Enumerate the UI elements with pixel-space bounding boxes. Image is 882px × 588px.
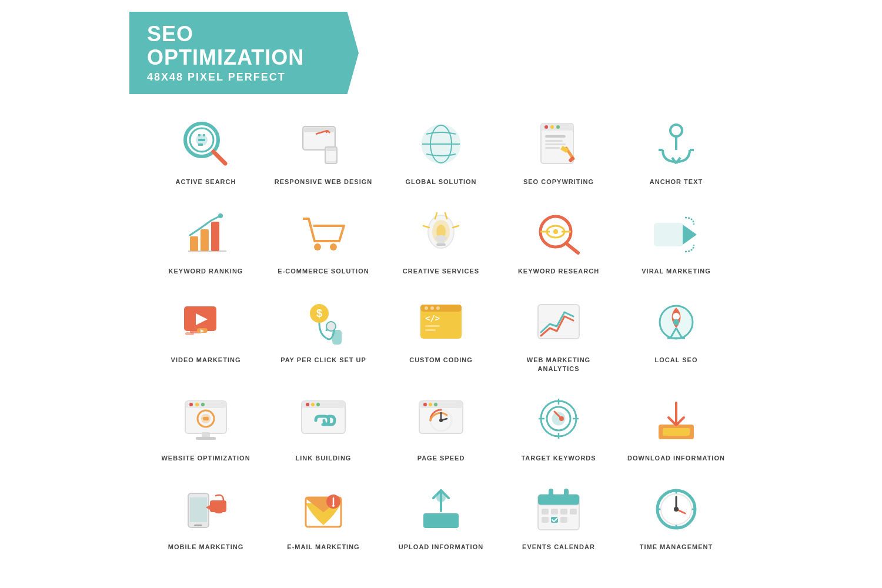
svg-rect-27 xyxy=(545,143,566,145)
svg-point-104 xyxy=(434,403,437,406)
svg-rect-137 xyxy=(551,509,558,514)
svg-rect-64 xyxy=(185,332,194,335)
icon-image-keyword-ranking xyxy=(176,207,235,260)
banner: SEO OPTIMIZATION 48x48 PIXEL PERFECT xyxy=(129,12,359,94)
icon-image-email-marketing xyxy=(294,483,353,536)
svg-point-147 xyxy=(674,507,679,512)
svg-rect-25 xyxy=(545,135,566,138)
icon-cell-keyword-ranking: KEYWORD RANKING xyxy=(153,201,259,284)
icon-image-target-keywords xyxy=(529,394,588,447)
svg-point-31 xyxy=(670,125,682,136)
icon-image-custom-coding: </> xyxy=(412,296,470,349)
svg-point-22 xyxy=(544,125,548,129)
icon-cell-time-management: TIME MANAGEMENT xyxy=(623,477,729,560)
icon-cell-global-solution: GLOBAL SOLUTION xyxy=(388,112,494,195)
svg-point-97 xyxy=(306,403,309,406)
svg-rect-76 xyxy=(425,329,436,331)
svg-point-99 xyxy=(316,403,320,406)
svg-point-48 xyxy=(435,235,447,241)
icon-label-link-building: LINK BUILDING xyxy=(296,454,352,463)
svg-rect-138 xyxy=(560,509,567,514)
icon-image-pay-per-click: $ xyxy=(294,296,353,349)
svg-rect-68 xyxy=(332,330,342,345)
svg-point-80 xyxy=(673,313,680,320)
icon-label-anchor-text: ANCHOR TEXT xyxy=(650,178,703,186)
icon-label-responsive-web-design: RESPONSIVE WEB DESIGN xyxy=(275,178,372,186)
icon-label-global-solution: GLOBAL SOLUTION xyxy=(405,178,476,186)
svg-point-103 xyxy=(429,403,432,406)
svg-rect-120 xyxy=(190,497,207,522)
icon-cell-seo-copywriting: SEO COPYWRITING xyxy=(506,112,612,195)
icon-cell-creative-services: CREATIVE SERVICES xyxy=(388,201,494,284)
icon-image-download-information xyxy=(647,394,706,447)
svg-point-87 xyxy=(189,403,193,406)
icon-image-global-solution xyxy=(412,118,470,171)
icon-label-target-keywords: TARGET KEYWORDS xyxy=(521,454,596,463)
svg-rect-13 xyxy=(326,148,336,151)
icon-cell-events-calendar: EVENTS CALENDAR xyxy=(506,477,612,560)
svg-rect-118 xyxy=(663,428,690,436)
svg-rect-57 xyxy=(654,223,683,246)
svg-rect-40 xyxy=(211,222,219,251)
icon-label-web-marketing-analytics: WEB MARKETING ANALYTICS xyxy=(509,356,609,374)
svg-point-89 xyxy=(201,403,205,406)
icon-label-page-speed: PAGE SPEED xyxy=(417,454,465,463)
icon-image-seo-copywriting xyxy=(529,118,588,171)
icon-image-website-optimization xyxy=(176,394,235,447)
svg-text:$: $ xyxy=(316,308,322,319)
icon-image-upload-information xyxy=(412,483,470,536)
banner-title: SEO OPTIMIZATION xyxy=(147,22,341,69)
icon-image-page-speed xyxy=(412,394,470,447)
icon-cell-link-building: LINK BUILDING xyxy=(270,388,376,471)
icon-label-creative-services: CREATIVE SERVICES xyxy=(403,267,479,276)
icon-image-events-calendar xyxy=(529,483,588,536)
svg-rect-50 xyxy=(436,243,446,246)
banner-box: SEO OPTIMIZATION 48x48 PIXEL PERFECT xyxy=(129,12,359,94)
svg-line-55 xyxy=(566,243,578,253)
icon-label-keyword-research: KEYWORD RESEARCH xyxy=(518,267,599,276)
icon-label-time-management: TIME MANAGEMENT xyxy=(640,543,713,552)
icon-label-pay-per-click: PAY PER CLICK SET UP xyxy=(280,356,366,365)
svg-point-102 xyxy=(423,403,427,406)
svg-text:</>: </> xyxy=(425,313,440,323)
icon-image-time-management xyxy=(647,483,706,536)
icon-cell-email-marketing: E-MAIL MARKETING xyxy=(270,477,376,560)
svg-point-56 xyxy=(553,229,558,234)
icon-label-events-calendar: EVENTS CALENDAR xyxy=(522,543,595,552)
icon-image-viral-marketing xyxy=(647,207,706,260)
svg-point-23 xyxy=(550,125,554,129)
svg-rect-135 xyxy=(564,489,569,500)
icon-cell-responsive-web-design: RESPONSIVE WEB DESIGN xyxy=(270,112,376,195)
icon-cell-target-keywords: TARGET KEYWORDS xyxy=(506,388,612,471)
banner-subtitle: 48x48 PIXEL PERFECT xyxy=(147,71,341,83)
svg-rect-39 xyxy=(201,229,209,251)
icon-label-custom-coding: CUSTOM CODING xyxy=(409,356,473,365)
icon-label-video-marketing: VIDEO MARKETING xyxy=(171,356,241,365)
icon-label-email-marketing: E-MAIL MARKETING xyxy=(287,543,359,552)
icon-label-mobile-marketing: MOBILE MARKETING xyxy=(168,543,243,552)
icon-cell-active-search: ACTIVE SEARCH xyxy=(153,112,259,195)
icon-image-web-marketing-analytics xyxy=(529,296,588,349)
icon-cell-ecommerce-solution: E-COMMERCE SOLUTION xyxy=(270,201,376,284)
svg-point-81 xyxy=(673,319,679,325)
svg-point-127 xyxy=(332,505,335,507)
icon-image-anchor-text xyxy=(647,118,706,171)
icon-cell-pay-per-click: $ PAY PER CLICK SET UP xyxy=(270,290,376,382)
icon-image-responsive-web-design xyxy=(294,118,353,171)
icon-image-link-building xyxy=(294,394,353,447)
svg-rect-75 xyxy=(425,325,440,327)
svg-rect-134 xyxy=(549,489,553,500)
svg-point-116 xyxy=(559,416,564,421)
icon-label-viral-marketing: VIRAL MARKETING xyxy=(642,267,710,276)
icon-image-ecommerce-solution xyxy=(294,207,353,260)
icon-cell-mobile-marketing: MOBILE MARKETING xyxy=(153,477,259,560)
svg-rect-129 xyxy=(427,517,455,524)
svg-point-108 xyxy=(439,419,443,422)
svg-rect-6 xyxy=(198,139,205,141)
icon-cell-viral-marketing: VIRAL MARKETING xyxy=(623,201,729,284)
svg-line-2 xyxy=(213,152,225,163)
icon-cell-website-optimization: WEBSITE OPTIMIZATION xyxy=(153,388,259,471)
svg-rect-121 xyxy=(194,524,202,526)
icon-label-download-information: DOWNLOAD INFORMATION xyxy=(627,454,725,463)
svg-point-42 xyxy=(314,243,321,250)
